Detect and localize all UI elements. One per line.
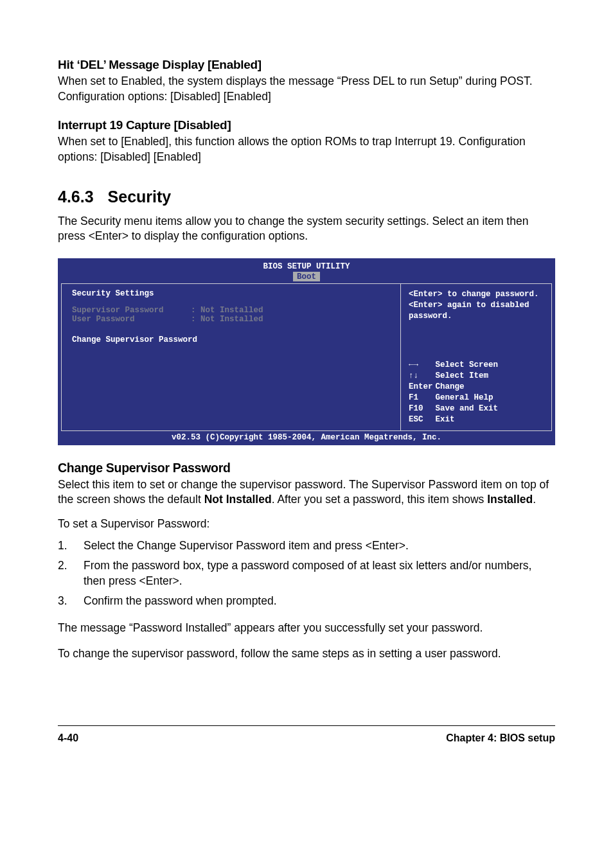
- bios-user-password-row: User Password : Not Installed: [72, 315, 390, 324]
- bios-key-desc: Select Item: [436, 371, 501, 382]
- section-intro: The Security menu items allow you to cha…: [58, 214, 555, 244]
- heading-change-supervisor: Change Supervisor Password: [58, 461, 555, 475]
- text-fragment: . After you set a password, this item sh…: [272, 493, 488, 506]
- bios-row-label: Supervisor Password: [72, 306, 191, 315]
- bios-row-value: : Not Installed: [191, 315, 263, 324]
- bios-key-row: F10Save and Exit: [409, 403, 501, 414]
- step-number: 2.: [58, 558, 84, 589]
- bios-key: F1: [409, 393, 436, 403]
- change-sup-p1: Select this item to set or change the su…: [58, 477, 555, 508]
- bios-hint-line2: <Enter> again to disabled password.: [409, 301, 529, 321]
- bios-key-row: EnterChange: [409, 382, 501, 393]
- change-sup-p3: The message “Password Installed” appears…: [58, 621, 555, 636]
- bios-key-desc: Change: [436, 382, 501, 393]
- heading-int19: Interrupt 19 Capture [Disabled]: [58, 118, 555, 132]
- list-item: 3.Confirm the password when prompted.: [58, 594, 555, 609]
- section-number-text: 4.6.3: [58, 188, 94, 206]
- bios-key-desc: General Help: [436, 393, 501, 403]
- not-installed-label: Not Installed: [204, 493, 272, 506]
- section-title-text: Security: [108, 188, 172, 206]
- body-hit-del: When set to Enabled, the system displays…: [58, 74, 555, 104]
- bios-screenshot: BIOS SETUP UTILITY Boot Security Setting…: [58, 258, 555, 445]
- change-sup-p2: To set a Supervisor Password:: [58, 517, 555, 532]
- bios-key: ↑↓: [409, 371, 436, 382]
- bios-key-desc: Select Screen: [436, 360, 501, 371]
- section-4-6-3: 4.6.3Security: [58, 188, 555, 206]
- supervisor-steps: 1.Select the Change Supervisor Password …: [58, 538, 555, 610]
- bios-key-desc: Exit: [436, 414, 501, 425]
- body-int19: When set to [Enabled], this function all…: [58, 134, 555, 164]
- change-sup-p4: To change the supervisor password, follo…: [58, 646, 555, 662]
- step-number: 3.: [58, 594, 84, 609]
- list-item: 1.Select the Change Supervisor Password …: [58, 538, 555, 554]
- bios-hint-line1: <Enter> to change password.: [409, 290, 539, 299]
- bios-header-title: BIOS SETUP UTILITY: [58, 262, 555, 271]
- page-number: 4-40: [58, 732, 78, 744]
- step-text: Select the Change Supervisor Password it…: [84, 538, 555, 554]
- installed-label: Installed: [487, 493, 533, 506]
- bios-key: ESC: [409, 414, 436, 425]
- bios-supervisor-password-row: Supervisor Password : Not Installed: [72, 306, 390, 315]
- page-footer: 4-40 Chapter 4: BIOS setup: [58, 725, 555, 744]
- bios-tab-boot: Boot: [293, 272, 320, 281]
- bios-key: Enter: [409, 382, 436, 393]
- heading-hit-del: Hit ‘DEL’ Message Display [Enabled]: [58, 58, 555, 72]
- bios-hint: <Enter> to change password. <Enter> agai…: [409, 289, 544, 322]
- step-number: 1.: [58, 538, 84, 554]
- bios-security-heading: Security Settings: [72, 289, 390, 298]
- bios-key-row: ←→Select Screen: [409, 360, 501, 371]
- bios-key: F10: [409, 403, 436, 414]
- bios-footer: v02.53 (C)Copyright 1985-2004, American …: [58, 431, 555, 445]
- bios-change-supervisor: Change Supervisor Password: [72, 335, 390, 344]
- step-text: From the password box, type a password c…: [84, 558, 555, 589]
- bios-row-value: : Not Installed: [191, 306, 263, 315]
- bios-row-label: User Password: [72, 315, 191, 324]
- bios-key-legend: ←→Select Screen ↑↓Select Item EnterChang…: [409, 360, 544, 425]
- bios-key-row: ESCExit: [409, 414, 501, 425]
- bios-key-row: F1General Help: [409, 393, 501, 403]
- text-fragment: .: [533, 493, 536, 506]
- chapter-label: Chapter 4: BIOS setup: [446, 732, 555, 744]
- bios-key: ←→: [409, 360, 436, 371]
- step-text: Confirm the password when prompted.: [84, 594, 555, 609]
- list-item: 2.From the password box, type a password…: [58, 558, 555, 589]
- bios-key-desc: Save and Exit: [436, 403, 501, 414]
- bios-key-row: ↑↓Select Item: [409, 371, 501, 382]
- bios-header: BIOS SETUP UTILITY Boot: [58, 258, 555, 281]
